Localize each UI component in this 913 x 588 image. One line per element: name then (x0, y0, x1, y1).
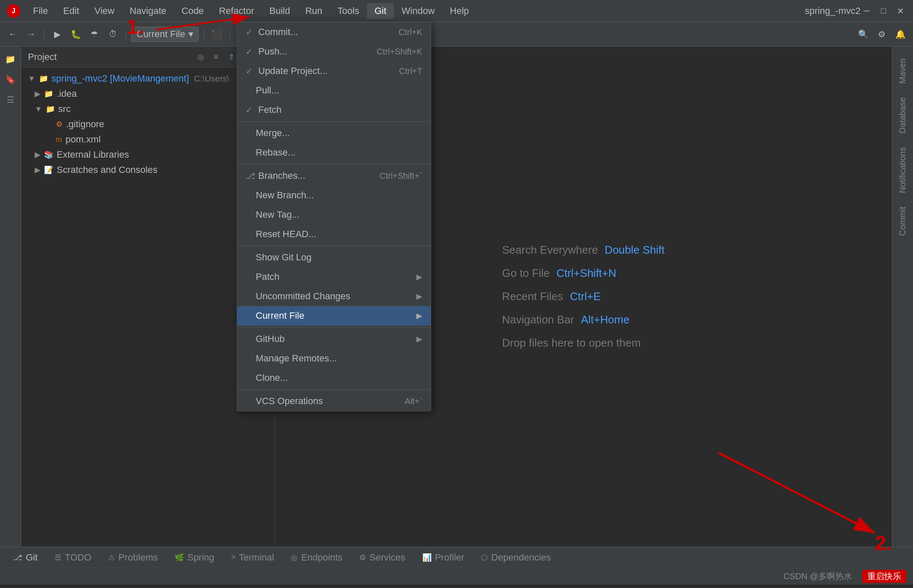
git-menu-pull[interactable]: Pull... (237, 81, 431, 100)
problems-tab-icon: ⚠ (108, 553, 115, 562)
menu-code[interactable]: Code (174, 3, 212, 19)
git-menu-new-tag[interactable]: New Tag... (237, 205, 431, 224)
git-menu-update[interactable]: ✓ Update Project... Ctrl+T (237, 61, 431, 81)
push-check-icon: ✓ (246, 46, 254, 57)
hint-recent-key: Ctrl+E (570, 290, 601, 303)
git-menu-current-file[interactable]: Current File ▶ (237, 306, 431, 325)
commit-label: Commit... (258, 27, 298, 38)
tab-profiler[interactable]: 📊 Profiler (414, 549, 473, 566)
git-menu-vcs-operations[interactable]: VCS Operations Alt+` (237, 391, 431, 411)
menu-file[interactable]: File (25, 3, 55, 19)
git-menu-reset-head[interactable]: Reset HEAD... (237, 224, 431, 244)
maven-panel-label[interactable]: Maven (894, 52, 911, 90)
vcs-operations-shortcut: Alt+` (405, 397, 422, 406)
spring-tab-label: Spring (187, 552, 214, 563)
git-menu-github[interactable]: GitHub ▶ (237, 329, 431, 349)
menu-view[interactable]: View (87, 3, 122, 19)
maximize-button[interactable]: □ (877, 5, 889, 17)
separator-5 (237, 389, 431, 390)
menu-refactor[interactable]: Refactor (211, 3, 262, 19)
project-strip-icon[interactable]: 📁 (3, 52, 18, 67)
git-tab-label: Git (26, 552, 38, 563)
highlight-text[interactable]: 重启快乐 (862, 570, 906, 583)
tab-endpoints[interactable]: ◎ Endpoints (282, 549, 351, 566)
tab-git[interactable]: ⎇ Git (5, 549, 46, 566)
search-button[interactable]: 🔍 (856, 27, 871, 42)
stop-button[interactable]: ⬛ (209, 27, 224, 42)
current-file-label: Current File (256, 310, 304, 321)
menu-edit[interactable]: Edit (55, 3, 87, 19)
current-file-dropdown[interactable]: Current File ▾ (131, 27, 199, 42)
git-menu-branches[interactable]: ⎇ Branches... Ctrl+Shift+` (237, 166, 431, 186)
push-shortcut: Ctrl+Shift+K (377, 47, 422, 57)
git-menu-patch[interactable]: Patch ▶ (237, 267, 431, 287)
back-button[interactable]: ← (5, 27, 20, 42)
right-strip: Maven Database Notifications Commit (892, 46, 913, 547)
notification-button[interactable]: 🔔 (893, 27, 908, 42)
branches-label: Branches... (258, 170, 305, 181)
git-menu-fetch[interactable]: ✓ Fetch (237, 100, 431, 120)
tab-terminal[interactable]: > Terminal (223, 549, 283, 566)
tab-todo[interactable]: ☰ TODO (46, 549, 100, 566)
hint-goto-file: Go to File Ctrl+Shift+N (502, 267, 616, 280)
git-menu-push[interactable]: ✓ Push... Ctrl+Shift+K (237, 42, 431, 61)
notifications-panel-label[interactable]: Notifications (894, 140, 911, 200)
git-menu-manage-remotes[interactable]: Manage Remotes... (237, 349, 431, 368)
scroll-icon[interactable]: ≡ (210, 51, 222, 63)
bookmarks-strip-icon[interactable]: 🔖 (3, 72, 18, 87)
ext-lib-label: External Libraries (57, 149, 129, 160)
menu-help[interactable]: Help (442, 3, 476, 19)
hint-nav-label: Navigation Bar (502, 313, 574, 326)
left-strip: 📁 🔖 ☰ (0, 46, 21, 547)
git-menu-clone[interactable]: Clone... (237, 368, 431, 388)
coverage-button[interactable]: ☂ (87, 27, 102, 42)
menu-git[interactable]: Git (367, 3, 394, 19)
tab-services[interactable]: ⚙ Services (351, 549, 413, 566)
search-hints: Search Everywhere Double Shift Go to Fil… (502, 243, 665, 350)
update-check-icon: ✓ (246, 66, 254, 76)
current-file-arrow-icon: ▶ (416, 311, 422, 320)
show-git-log-label: Show Git Log (256, 252, 312, 263)
separator-4 (237, 327, 431, 328)
git-menu-commit[interactable]: ✓ Commit... Ctrl+K (237, 22, 431, 42)
root-label: spring_-mvc2 [MovieMangement] (52, 73, 189, 84)
menu-bar: File Edit View Navigate Code Refactor Bu… (25, 3, 795, 19)
settings-button[interactable]: ⚙ (874, 27, 889, 42)
tab-spring[interactable]: 🌿 Spring (166, 549, 223, 566)
update-shortcut: Ctrl+T (399, 66, 422, 76)
menu-tools[interactable]: Tools (330, 3, 367, 19)
profile-button[interactable]: ⏱ (105, 27, 120, 42)
structure-strip-icon[interactable]: ☰ (3, 92, 18, 107)
database-panel-label[interactable]: Database (894, 90, 911, 140)
hint-nav-key: Alt+Home (581, 313, 629, 326)
forward-button[interactable]: → (24, 27, 39, 42)
run-button[interactable]: ▶ (49, 27, 65, 42)
uncommitted-arrow-icon: ▶ (416, 292, 422, 301)
git-menu-rebase[interactable]: Rebase... (237, 143, 431, 162)
tab-dependencies[interactable]: ⬡ Dependencies (473, 549, 559, 566)
push-label: Push... (258, 46, 287, 57)
menu-window[interactable]: Window (394, 3, 442, 19)
git-menu-new-branch[interactable]: New Branch... (237, 186, 431, 205)
git-menu-show-git-log[interactable]: Show Git Log (237, 248, 431, 267)
git-menu-merge[interactable]: Merge... (237, 123, 431, 143)
debug-button[interactable]: 🐛 (68, 27, 83, 42)
hint-recent-label: Recent Files (502, 290, 563, 303)
git-menu-uncommitted[interactable]: Uncommitted Changes ▶ (237, 287, 431, 306)
commit-panel-label[interactable]: Commit (894, 200, 911, 243)
close-button[interactable]: ✕ (894, 5, 906, 17)
minimize-button[interactable]: ─ (861, 5, 872, 17)
gitignore-label: .gitignore (66, 119, 104, 130)
hint-drop-files: Drop files here to open them (502, 336, 641, 350)
menu-run[interactable]: Run (298, 3, 330, 19)
services-tab-icon: ⚙ (359, 553, 366, 562)
tab-problems[interactable]: ⚠ Problems (100, 549, 166, 566)
menu-build[interactable]: Build (262, 3, 298, 19)
menu-navigate[interactable]: Navigate (122, 3, 174, 19)
toolbar-separator-2 (126, 28, 126, 40)
collapse-icon[interactable]: ⇑ (225, 51, 237, 63)
hint-goto-label: Go to File (502, 267, 550, 280)
dependencies-tab-icon: ⬡ (481, 553, 488, 562)
locate-icon[interactable]: ◎ (195, 51, 207, 63)
vcs-operations-label: VCS Operations (256, 396, 323, 407)
